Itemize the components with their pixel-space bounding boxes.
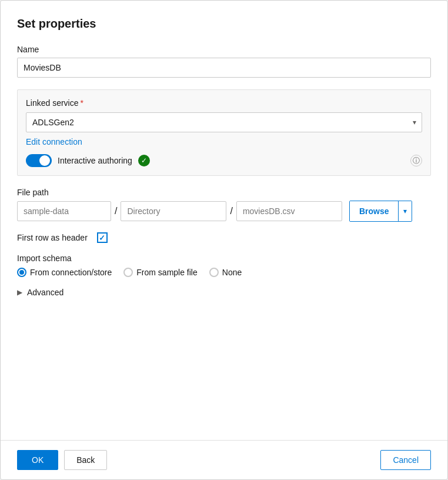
checkmark-icon: ✓	[99, 234, 105, 242]
file-path-section: File path / / Browse ▾	[17, 188, 431, 222]
back-button[interactable]: Back	[64, 450, 107, 470]
ok-button[interactable]: OK	[17, 450, 58, 470]
radio-circle-none	[209, 268, 219, 277]
toggle-knob	[39, 155, 50, 166]
interactive-authoring-toggle[interactable]	[26, 154, 52, 167]
linked-service-box: Linked service * ADLSGen2 ▾ Edit connect…	[17, 89, 431, 176]
interactive-authoring-label: Interactive authoring	[58, 156, 132, 165]
info-icon[interactable]: ⓘ	[410, 155, 422, 166]
advanced-section[interactable]: ▶ Advanced	[17, 288, 431, 297]
radio-circle-sample	[123, 268, 133, 277]
first-row-label: First row as header	[17, 233, 88, 242]
status-check-icon: ✓	[138, 155, 150, 166]
radio-option-none[interactable]: None	[209, 268, 242, 277]
interactive-authoring-row: Interactive authoring ✓ ⓘ	[26, 154, 422, 167]
dialog-title: Set properties	[17, 17, 431, 31]
radio-circle-connection	[17, 268, 26, 277]
dialog-footer: OK Back Cancel	[1, 440, 447, 479]
name-label: Name	[17, 45, 431, 54]
radio-label-none: None	[222, 268, 242, 277]
path-separator-1: /	[115, 206, 117, 216]
browse-button-group: Browse ▾	[349, 201, 413, 222]
file-path-label: File path	[17, 188, 431, 197]
browse-chevron-button[interactable]: ▾	[399, 201, 412, 221]
import-schema-radio-group: From connection/store From sample file N…	[17, 268, 431, 277]
file-path-directory-input[interactable]	[121, 201, 226, 221]
file-path-row: / / Browse ▾	[17, 201, 431, 222]
radio-label-sample: From sample file	[136, 268, 197, 277]
linked-service-label-text: Linked service	[26, 98, 79, 108]
radio-inner-connection	[19, 270, 24, 275]
radio-option-connection[interactable]: From connection/store	[17, 268, 112, 277]
import-schema-section: Import schema From connection/store From…	[17, 254, 431, 277]
interactive-authoring-left: Interactive authoring ✓	[26, 154, 150, 167]
linked-service-label: Linked service *	[26, 98, 422, 108]
first-row-checkbox[interactable]: ✓	[97, 232, 108, 243]
advanced-label: Advanced	[27, 288, 63, 297]
browse-button[interactable]: Browse	[350, 201, 399, 221]
first-row-section: First row as header ✓	[17, 232, 431, 243]
edit-connection-link[interactable]: Edit connection	[26, 137, 82, 146]
required-indicator: *	[81, 98, 83, 108]
radio-label-connection: From connection/store	[30, 268, 112, 277]
cancel-button[interactable]: Cancel	[380, 450, 431, 470]
set-properties-dialog: Set properties Name Linked service * ADL…	[0, 0, 448, 480]
name-section: Name	[17, 45, 431, 78]
path-separator-2: /	[230, 206, 232, 216]
linked-service-select[interactable]: ADLSGen2	[26, 112, 422, 132]
chevron-right-icon: ▶	[17, 288, 22, 296]
name-input[interactable]	[17, 58, 431, 78]
radio-option-sample[interactable]: From sample file	[123, 268, 197, 277]
dialog-content: Set properties Name Linked service * ADL…	[1, 1, 447, 440]
linked-service-select-wrapper: ADLSGen2 ▾	[26, 112, 422, 132]
footer-left-buttons: OK Back	[17, 450, 107, 470]
file-path-container-input[interactable]	[17, 201, 111, 221]
file-path-file-input[interactable]	[236, 201, 342, 221]
import-schema-label: Import schema	[17, 254, 431, 263]
